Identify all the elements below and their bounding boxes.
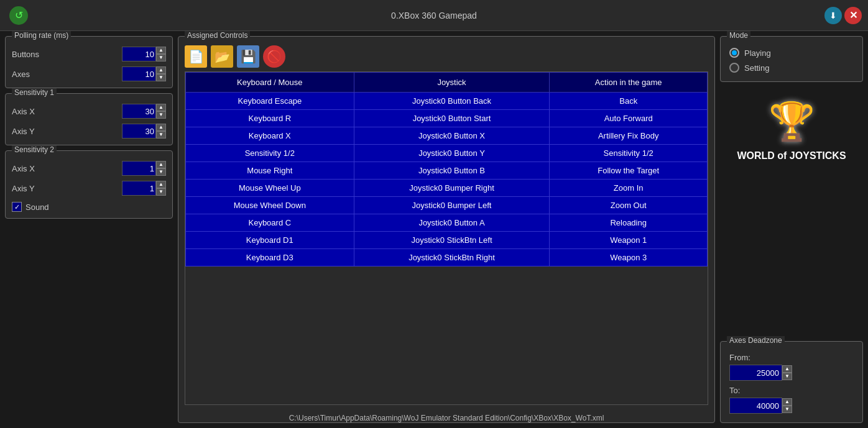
download-button[interactable]: ⬇: [824, 7, 842, 24]
s2-axisx-btns: ▲ ▼: [156, 161, 166, 176]
cell-action: Sensitivity 1/2: [550, 145, 708, 162]
s1-axisy-up[interactable]: ▲: [156, 124, 166, 131]
save-button[interactable]: 💾: [237, 45, 259, 68]
deadzone-to-btns: ▲ ▼: [782, 398, 792, 413]
file-path: C:\Users\Timur\AppData\Roaming\WoJ Emula…: [289, 414, 604, 422]
left-panel: Polling rate (ms) Buttons 10 ▲ ▼ Axes 10…: [5, 36, 173, 423]
s2-axisy-up[interactable]: ▲: [156, 181, 166, 188]
cell-action: Auto Forward: [550, 110, 708, 127]
s2-axisx-input[interactable]: 1: [122, 161, 156, 176]
buttons-up[interactable]: ▲: [156, 47, 166, 54]
table-row[interactable]: Keyboard RJoystick0 Button StartAuto For…: [186, 110, 708, 127]
cell-action: Follow the Target: [550, 162, 708, 180]
axes-spinner-btns: ▲ ▼: [156, 66, 166, 81]
mode-title: Mode: [727, 31, 750, 40]
cell-action: Zoom Out: [550, 197, 708, 214]
s1-axisy-label: Axis Y: [12, 127, 35, 136]
s1-axisy-down[interactable]: ▼: [156, 131, 166, 139]
open-button[interactable]: 📂: [211, 45, 233, 68]
table-row[interactable]: Mouse Wheel DownJoystick0 Bumper LeftZoo…: [186, 197, 708, 214]
s1-axisy-btns: ▲ ▼: [156, 124, 166, 139]
center-panel: Assigned Controls 📄 📂 💾 🚫 Keyboard / Mou…: [178, 36, 715, 423]
col-joystick-header: Joystick: [354, 73, 550, 93]
s2-axisx-down[interactable]: ▼: [156, 168, 166, 176]
cell-joystick: Joystick0 Button Y: [354, 145, 550, 162]
deadzone-from-up[interactable]: ▲: [782, 365, 792, 373]
delete-button[interactable]: 🚫: [263, 45, 285, 68]
s1-axisx-row: Axis X 30 ▲ ▼: [12, 104, 166, 119]
cell-keyboard: Sensitivity 1/2: [186, 145, 354, 162]
new-button[interactable]: 📄: [185, 45, 207, 68]
sensitivity1-group: Sensitivity 1 Axis X 30 ▲ ▼ Axis Y 30 ▲: [5, 93, 173, 145]
axes-spinner: 10 ▲ ▼: [122, 66, 166, 81]
table-row[interactable]: Keyboard D3Joystick0 StickBtn RightWeapo…: [186, 249, 708, 266]
table-row[interactable]: Sensitivity 1/2Joystick0 Button YSensiti…: [186, 145, 708, 162]
close-button[interactable]: ✕: [844, 7, 862, 24]
refresh-button[interactable]: ↺: [9, 6, 28, 25]
cell-action: Artillery Fix Body: [550, 127, 708, 145]
s1-axisx-input[interactable]: 30: [122, 104, 156, 119]
table-row[interactable]: Mouse RightJoystick0 Button BFollow the …: [186, 162, 708, 180]
table-header-row: Keyboard / Mouse Joystick Action in the …: [186, 73, 708, 93]
buttons-spinner: 10 ▲ ▼: [122, 47, 166, 61]
deadzone-to-label: To:: [729, 386, 854, 395]
cell-joystick: Joystick0 Button A: [354, 214, 550, 232]
buttons-input[interactable]: 10: [122, 47, 156, 61]
table-row[interactable]: Keyboard CJoystick0 Button AReloading: [186, 214, 708, 232]
playing-radio[interactable]: [729, 48, 739, 58]
s2-axisx-label: Axis X: [12, 164, 35, 173]
sound-checkbox[interactable]: ✓: [12, 202, 22, 212]
controls-table: Keyboard / Mouse Joystick Action in the …: [185, 72, 708, 266]
cell-action: Zoom In: [550, 180, 708, 197]
s2-axisy-input[interactable]: 1: [122, 181, 156, 196]
title-bar: ↺ 0.XBox 360 Gamepad ⬇ ✕: [0, 0, 868, 31]
s1-axisy-input[interactable]: 30: [122, 124, 156, 139]
deadzone-from-input[interactable]: 25000: [729, 365, 782, 381]
cell-keyboard: Mouse Wheel Up: [186, 180, 354, 197]
s2-axisx-row: Axis X 1 ▲ ▼: [12, 161, 166, 176]
assigned-controls-title: Assigned Controls: [185, 31, 250, 40]
table-row[interactable]: Mouse Wheel UpJoystick0 Bumper RightZoom…: [186, 180, 708, 197]
deadzone-from-down[interactable]: ▼: [782, 373, 792, 380]
s2-axisy-label: Axis Y: [12, 184, 35, 193]
s2-axisx-up[interactable]: ▲: [156, 161, 166, 168]
setting-radio-row[interactable]: Setting: [729, 63, 854, 73]
deadzone-to-up[interactable]: ▲: [782, 398, 792, 406]
axes-input[interactable]: 10: [122, 66, 156, 81]
buttons-down[interactable]: ▼: [156, 54, 166, 61]
axes-down[interactable]: ▼: [156, 74, 166, 81]
sensitivity2-title: Sensitivity 2: [12, 145, 57, 154]
s1-axisx-label: Axis X: [12, 107, 35, 116]
s1-axisx-btns: ▲ ▼: [156, 104, 166, 119]
cell-action: Back: [550, 93, 708, 110]
cell-keyboard: Keyboard Escape: [186, 93, 354, 110]
s1-axisy-spinner: 30 ▲ ▼: [122, 124, 166, 139]
toolbar: 📄 📂 💾 🚫: [178, 39, 714, 71]
s2-axisx-spinner: 1 ▲ ▼: [122, 161, 166, 176]
cell-joystick: Joystick0 Bumper Right: [354, 180, 550, 197]
s2-axisy-down[interactable]: ▼: [156, 188, 166, 196]
table-row[interactable]: Keyboard EscapeJoystick0 Button BackBack: [186, 93, 708, 110]
s1-axisx-up[interactable]: ▲: [156, 104, 166, 111]
deadzone-to-spinner: 40000 ▲ ▼: [729, 398, 854, 414]
buttons-label: Buttons: [12, 50, 39, 59]
playing-label: Playing: [744, 48, 771, 58]
polling-rate-title: Polling rate (ms): [12, 31, 71, 40]
playing-radio-row[interactable]: Playing: [729, 48, 854, 58]
setting-radio[interactable]: [729, 63, 739, 73]
deadzone-title: Axes Deadzone: [727, 336, 785, 345]
cell-action: Weapon 3: [550, 249, 708, 266]
table-row[interactable]: Keyboard XJoystick0 Button XArtillery Fi…: [186, 127, 708, 145]
setting-label: Setting: [744, 63, 769, 73]
s1-axisy-row: Axis Y 30 ▲ ▼: [12, 124, 166, 139]
woj-title: WORLD of JOYSTICKS: [737, 150, 846, 163]
deadzone-to-input[interactable]: 40000: [729, 398, 782, 414]
axes-up[interactable]: ▲: [156, 66, 166, 74]
table-row[interactable]: Keyboard D1Joystick0 StickBtn LeftWeapon…: [186, 232, 708, 249]
col-keyboard-header: Keyboard / Mouse: [186, 73, 354, 93]
deadzone-to-down[interactable]: ▼: [782, 406, 792, 413]
cell-keyboard: Keyboard D3: [186, 249, 354, 266]
s1-axisx-down[interactable]: ▼: [156, 111, 166, 119]
col-action-header: Action in the game: [550, 73, 708, 93]
controls-table-container[interactable]: Keyboard / Mouse Joystick Action in the …: [185, 71, 708, 405]
